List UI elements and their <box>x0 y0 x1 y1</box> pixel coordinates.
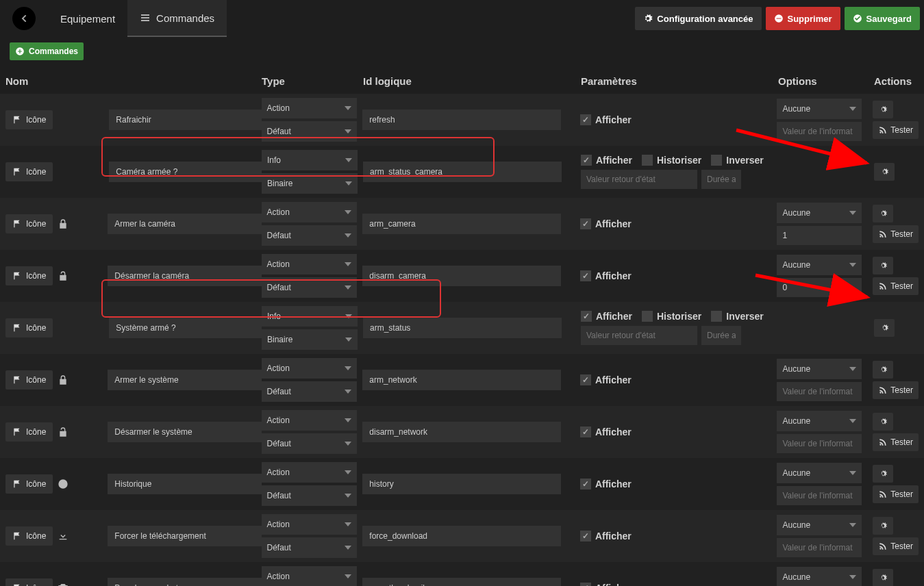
id-logique-input[interactable] <box>362 526 561 546</box>
option-select[interactable]: Aucune <box>777 463 862 483</box>
option-select[interactable]: Aucune <box>777 99 862 119</box>
option-value-input[interactable] <box>777 226 862 245</box>
afficher-checkbox[interactable]: Afficher <box>580 114 632 125</box>
historiser-checkbox[interactable]: Historiser <box>642 155 701 166</box>
afficher-checkbox[interactable]: Afficher <box>580 479 632 489</box>
gear-action-button[interactable] <box>873 257 893 275</box>
icone-button[interactable]: Icône <box>5 578 53 586</box>
type-select[interactable]: Action <box>262 462 358 483</box>
tester-button[interactable]: Tester <box>873 381 919 399</box>
tester-button[interactable]: Tester <box>873 277 919 295</box>
option-select[interactable]: Aucune <box>777 203 862 223</box>
subtype-select[interactable]: Défaut <box>262 537 358 558</box>
subtype-select[interactable]: Défaut <box>262 121 358 142</box>
icone-button[interactable]: Icône <box>5 110 53 129</box>
icone-button[interactable]: Icône <box>5 266 53 285</box>
type-select[interactable]: Action <box>262 358 358 379</box>
sauvegarder-button[interactable]: Sauvegard <box>845 7 920 30</box>
gear-action-button[interactable] <box>873 361 893 379</box>
type-select[interactable]: Action <box>262 566 358 586</box>
name-input[interactable] <box>108 266 261 286</box>
tester-button[interactable]: Tester <box>873 537 919 555</box>
name-input[interactable] <box>109 162 262 182</box>
afficher-checkbox[interactable]: Afficher <box>580 531 632 542</box>
gear-action-button[interactable] <box>873 569 893 586</box>
name-input[interactable] <box>109 110 261 130</box>
gear-action-button[interactable] <box>873 413 893 431</box>
id-logique-input[interactable] <box>363 162 562 182</box>
inverser-checkbox[interactable]: Inverser <box>711 311 763 322</box>
subtype-select[interactable]: Défaut <box>262 381 358 402</box>
afficher-checkbox[interactable]: Afficher <box>581 311 632 322</box>
tab-equipement[interactable]: Equipement <box>48 0 127 37</box>
option-value-input[interactable] <box>777 382 862 401</box>
gear-action-button[interactable] <box>874 319 895 337</box>
tester-button[interactable]: Tester <box>873 485 919 503</box>
type-select[interactable]: Action <box>262 254 358 275</box>
option-select[interactable]: Aucune <box>777 567 862 586</box>
tester-button[interactable]: Tester <box>873 225 919 243</box>
type-select[interactable]: Info <box>262 150 358 170</box>
id-logique-input[interactable] <box>362 266 561 286</box>
icone-button[interactable]: Icône <box>5 318 53 337</box>
duree-input[interactable] <box>701 326 741 345</box>
icone-button[interactable]: Icône <box>5 370 53 390</box>
valeur-retour-input[interactable] <box>581 326 697 345</box>
name-input[interactable] <box>108 214 261 234</box>
subtype-select[interactable]: Défaut <box>262 225 358 246</box>
id-logique-input[interactable] <box>362 422 561 442</box>
name-input[interactable] <box>108 526 261 546</box>
option-select[interactable]: Aucune <box>777 515 862 535</box>
afficher-checkbox[interactable]: Afficher <box>580 374 632 385</box>
option-value-input[interactable] <box>777 538 862 557</box>
gear-action-button[interactable] <box>874 163 895 181</box>
subtype-select[interactable]: Défaut <box>262 485 358 506</box>
icone-button[interactable]: Icône <box>5 214 53 233</box>
type-select[interactable]: Action <box>262 202 358 222</box>
icone-button[interactable]: Icône <box>5 474 53 494</box>
icone-button[interactable]: Icône <box>5 422 53 442</box>
id-logique-input[interactable] <box>363 318 562 338</box>
option-value-input[interactable] <box>777 434 862 453</box>
tester-button[interactable]: Tester <box>873 433 919 451</box>
name-input[interactable] <box>108 422 261 442</box>
config-avancee-button[interactable]: Configuration avancée <box>635 7 761 30</box>
id-logique-input[interactable] <box>362 370 561 390</box>
historiser-checkbox[interactable]: Historiser <box>642 311 701 322</box>
name-input[interactable] <box>109 318 262 338</box>
option-select[interactable]: Aucune <box>777 411 862 431</box>
id-logique-input[interactable] <box>362 474 561 494</box>
icone-button[interactable]: Icône <box>5 526 53 546</box>
icone-button[interactable]: Icône <box>5 162 53 181</box>
afficher-checkbox[interactable]: Afficher <box>581 155 632 166</box>
tab-commandes[interactable]: Commandes <box>127 0 227 37</box>
name-input[interactable] <box>108 370 261 390</box>
option-value-input[interactable] <box>777 278 862 297</box>
type-select[interactable]: Action <box>262 410 358 431</box>
afficher-checkbox[interactable]: Afficher <box>580 426 632 437</box>
option-select[interactable]: Aucune <box>777 255 862 275</box>
id-logique-input[interactable] <box>362 214 561 234</box>
afficher-checkbox[interactable]: Afficher <box>580 583 632 586</box>
name-input[interactable] <box>108 578 261 586</box>
afficher-checkbox[interactable]: Afficher <box>580 270 632 281</box>
commandes-add-button[interactable]: Commandes <box>10 42 84 60</box>
gear-action-button[interactable] <box>873 465 893 483</box>
gear-action-button[interactable] <box>873 101 893 118</box>
option-value-input[interactable] <box>777 486 862 505</box>
id-logique-input[interactable] <box>362 110 561 130</box>
name-input[interactable] <box>108 474 261 494</box>
gear-action-button[interactable] <box>873 205 893 222</box>
id-logique-input[interactable] <box>362 578 561 586</box>
back-button[interactable] <box>12 7 36 30</box>
subtype-select[interactable]: Défaut <box>262 433 358 454</box>
valeur-retour-input[interactable] <box>581 170 697 189</box>
tester-button[interactable]: Tester <box>873 121 919 139</box>
afficher-checkbox[interactable]: Afficher <box>580 218 632 229</box>
supprimer-button[interactable]: Supprimer <box>766 7 840 30</box>
subtype-select[interactable]: Défaut <box>262 277 358 298</box>
subtype-select[interactable]: Binaire <box>262 173 358 194</box>
option-value-input[interactable] <box>777 122 862 141</box>
gear-action-button[interactable] <box>873 517 893 535</box>
inverser-checkbox[interactable]: Inverser <box>711 155 763 166</box>
